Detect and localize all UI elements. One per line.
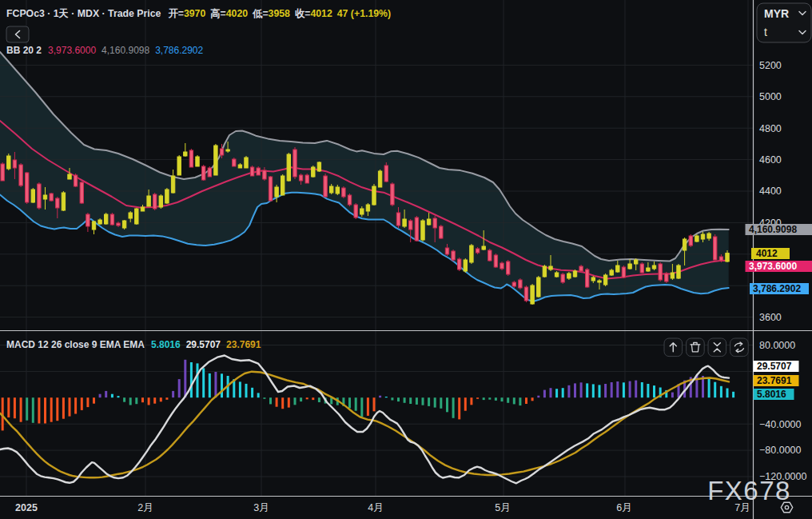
svg-text:4600: 4600 — [759, 154, 782, 166]
svg-text:3月: 3月 — [253, 502, 269, 513]
svg-text:BB 20 23,973.60004,160.90983,7: BB 20 23,973.60004,160.90983,786.2902 — [6, 45, 204, 56]
svg-text:5.8016: 5.8016 — [757, 389, 786, 400]
svg-text:23.7691: 23.7691 — [757, 375, 792, 386]
svg-text:5200: 5200 — [759, 60, 782, 71]
svg-text:4月: 4月 — [368, 502, 383, 513]
svg-text:−40.0000: −40.0000 — [759, 419, 802, 430]
svg-text:−80.0000: −80.0000 — [759, 445, 802, 456]
svg-text:29.5707: 29.5707 — [757, 361, 792, 372]
svg-text:FX678: FX678 — [707, 476, 791, 505]
svg-text:2月: 2月 — [137, 502, 153, 513]
svg-text:80.0000: 80.0000 — [759, 340, 795, 351]
svg-text:2025: 2025 — [15, 502, 38, 513]
svg-text:MYR: MYR — [764, 7, 789, 20]
svg-text:3600: 3600 — [759, 312, 782, 323]
svg-text:3,973.6000: 3,973.6000 — [749, 261, 797, 272]
svg-text:3,786.2902: 3,786.2902 — [753, 283, 801, 294]
svg-text:t: t — [764, 26, 767, 38]
svg-text:4800: 4800 — [759, 123, 782, 134]
svg-text:6月: 6月 — [616, 502, 631, 513]
svg-text:5月: 5月 — [495, 502, 510, 513]
svg-text:4012: 4012 — [756, 248, 778, 259]
svg-text:4,160.9098: 4,160.9098 — [749, 224, 797, 235]
svg-text:4400: 4400 — [759, 186, 782, 197]
svg-text:5000: 5000 — [759, 91, 782, 102]
